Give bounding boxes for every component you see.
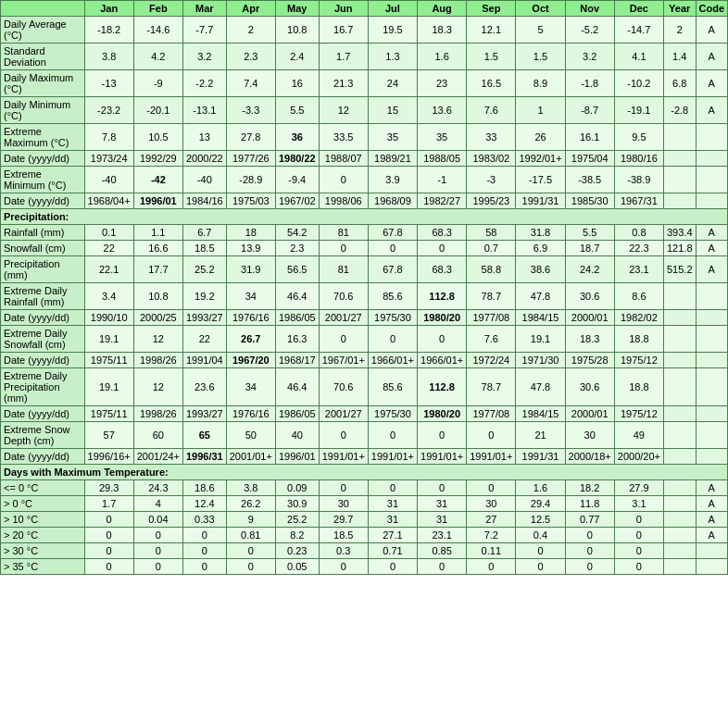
data-cell: 1.3 bbox=[368, 44, 417, 70]
data-cell: 1977/08 bbox=[467, 310, 516, 326]
data-cell: 68.3 bbox=[418, 225, 467, 241]
table-row: Extreme Snow Depth (cm)57606550400000213… bbox=[1, 422, 728, 449]
data-cell bbox=[663, 326, 696, 353]
data-cell: 50 bbox=[226, 422, 275, 449]
row-label: Precipitation (mm) bbox=[1, 256, 85, 283]
data-cell: 1986/05 bbox=[275, 406, 319, 422]
data-cell: 0 bbox=[133, 543, 182, 559]
data-cell: 7.4 bbox=[226, 70, 275, 97]
table-row: Date (yyyy/dd)1975/111998/261991/041967/… bbox=[1, 353, 728, 368]
row-label: Date (yyyy/dd) bbox=[1, 353, 85, 368]
data-cell: 4.2 bbox=[133, 44, 182, 70]
row-label: <= 0 °C bbox=[1, 480, 85, 496]
table-row: > 0 °C1.7412.426.230.93031313029.411.83.… bbox=[1, 496, 728, 512]
data-cell: 29.4 bbox=[516, 496, 565, 512]
data-cell: 13.6 bbox=[418, 97, 467, 124]
data-cell: -2.2 bbox=[182, 70, 226, 97]
data-cell: A bbox=[696, 97, 728, 124]
data-cell: 46.4 bbox=[275, 283, 319, 310]
data-cell: -2.8 bbox=[663, 97, 696, 124]
data-cell: 26 bbox=[516, 124, 565, 151]
row-label: Date (yyyy/dd) bbox=[1, 193, 85, 209]
data-cell: 1977/26 bbox=[226, 151, 275, 167]
data-cell: 22.3 bbox=[614, 241, 663, 256]
data-cell: 65 bbox=[182, 422, 226, 449]
col-header-oct: Oct bbox=[516, 1, 565, 17]
data-cell: 2000/20+ bbox=[614, 449, 663, 465]
data-cell: 5.5 bbox=[275, 97, 319, 124]
data-cell: 0 bbox=[319, 422, 368, 449]
data-cell: -9.4 bbox=[275, 167, 319, 193]
data-cell bbox=[663, 512, 696, 528]
data-cell: 0 bbox=[182, 543, 226, 559]
table-row: Extreme Maximum (°C)7.810.51327.83633.53… bbox=[1, 124, 728, 151]
col-header-may: May bbox=[275, 1, 319, 17]
data-cell: 40 bbox=[275, 422, 319, 449]
data-cell: 3.2 bbox=[565, 44, 614, 70]
data-cell: 12.5 bbox=[516, 512, 565, 528]
data-cell: 0 bbox=[84, 543, 133, 559]
data-cell bbox=[696, 151, 728, 167]
data-cell: 12 bbox=[133, 368, 182, 406]
data-cell: A bbox=[696, 512, 728, 528]
data-cell: 2001/27 bbox=[319, 406, 368, 422]
data-cell: 33 bbox=[467, 124, 516, 151]
data-cell bbox=[663, 167, 696, 193]
data-cell: 57 bbox=[84, 422, 133, 449]
data-cell: 4 bbox=[133, 496, 182, 512]
data-cell: 1968/09 bbox=[368, 193, 417, 209]
data-cell: 19.1 bbox=[84, 368, 133, 406]
data-cell: 1967/01+ bbox=[319, 353, 368, 368]
col-header-sep: Sep bbox=[467, 1, 516, 17]
data-cell: 1980/20 bbox=[418, 310, 467, 326]
data-cell: 12.4 bbox=[182, 496, 226, 512]
data-cell: 1.7 bbox=[84, 496, 133, 512]
data-cell bbox=[696, 167, 728, 193]
row-label: Snowfall (cm) bbox=[1, 241, 85, 256]
data-cell: 0.04 bbox=[133, 512, 182, 528]
data-cell: -7.7 bbox=[182, 17, 226, 44]
data-cell: 1966/01+ bbox=[418, 353, 467, 368]
data-cell: 25.2 bbox=[275, 512, 319, 528]
data-cell: 8.9 bbox=[516, 70, 565, 97]
data-cell: 0.71 bbox=[368, 543, 417, 559]
row-label: Extreme Minimum (°C) bbox=[1, 167, 85, 193]
data-cell: 2001/01+ bbox=[226, 449, 275, 465]
data-cell: 13 bbox=[182, 124, 226, 151]
data-cell: 0 bbox=[226, 543, 275, 559]
data-cell: 35 bbox=[418, 124, 467, 151]
data-cell bbox=[696, 310, 728, 326]
data-cell: 0 bbox=[418, 559, 467, 575]
data-cell: -14.6 bbox=[133, 17, 182, 44]
data-cell: 0 bbox=[467, 422, 516, 449]
data-cell: 67.8 bbox=[368, 256, 417, 283]
data-cell: 47.8 bbox=[516, 283, 565, 310]
data-cell: 56.5 bbox=[275, 256, 319, 283]
data-cell: 19.2 bbox=[182, 283, 226, 310]
data-cell: 1972/24 bbox=[467, 353, 516, 368]
data-cell: 30 bbox=[565, 422, 614, 449]
data-cell: 0.09 bbox=[275, 480, 319, 496]
data-cell: 0 bbox=[368, 241, 417, 256]
data-cell: -1 bbox=[418, 167, 467, 193]
data-cell: 22.1 bbox=[84, 256, 133, 283]
data-cell: 30.6 bbox=[565, 283, 614, 310]
data-cell bbox=[696, 406, 728, 422]
col-header-jun: Jun bbox=[319, 1, 368, 17]
data-cell: 1976/16 bbox=[226, 406, 275, 422]
data-cell: 1998/06 bbox=[319, 193, 368, 209]
data-cell: 18.8 bbox=[614, 368, 663, 406]
data-cell: 18.6 bbox=[182, 480, 226, 496]
table-row: > 10 °C00.040.33925.229.731312712.50.770… bbox=[1, 512, 728, 528]
data-cell: -38.9 bbox=[614, 167, 663, 193]
data-cell: 1991/01+ bbox=[467, 449, 516, 465]
data-cell bbox=[696, 559, 728, 575]
data-cell: 5 bbox=[516, 17, 565, 44]
data-cell: 0.7 bbox=[467, 241, 516, 256]
table-row: Extreme Daily Rainfall (mm)3.410.819.234… bbox=[1, 283, 728, 310]
data-cell: 47.8 bbox=[516, 368, 565, 406]
data-cell: 3.8 bbox=[84, 44, 133, 70]
data-cell: 19.1 bbox=[84, 326, 133, 353]
data-cell: 2.3 bbox=[226, 44, 275, 70]
data-cell: 0 bbox=[368, 326, 417, 353]
